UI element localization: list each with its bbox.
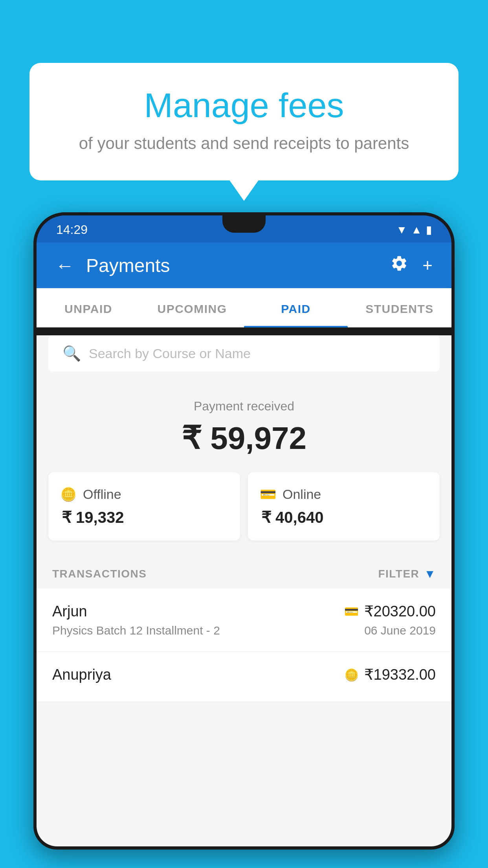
student-name-arjun: Arjun (52, 603, 87, 620)
phone-mockup: 14:29 ▼ ▲ ▮ ← Payments + UNPAID (33, 212, 455, 868)
hero-subtitle: of your students and send receipts to pa… (61, 134, 427, 153)
transactions-header: TRANSACTIONS FILTER ▼ (37, 556, 451, 588)
amount-area-anupriya: 🪙 ₹19332.00 (344, 666, 436, 683)
transaction-bottom-arjun: Physics Batch 12 Installment - 2 06 June… (52, 624, 436, 637)
course-arjun: Physics Batch 12 Installment - 2 (52, 624, 220, 637)
add-button[interactable]: + (422, 256, 433, 275)
tabs-bar: UNPAID UPCOMING PAID STUDENTS (37, 288, 451, 327)
app-content: 🔍 Search by Course or Name Payment recei… (37, 335, 451, 846)
tab-unpaid[interactable]: UNPAID (37, 288, 140, 327)
online-payment-card: 💳 Online ₹ 40,640 (248, 472, 440, 541)
transaction-top-arjun: Arjun 💳 ₹20320.00 (52, 603, 436, 620)
offline-icon: 🪙 (60, 486, 77, 502)
hero-section: Manage fees of your students and send re… (29, 63, 459, 180)
payment-total-amount: ₹ 59,972 (48, 420, 440, 456)
search-icon: 🔍 (62, 345, 81, 362)
tab-upcoming[interactable]: UPCOMING (140, 288, 244, 327)
offline-amount: ₹ 19,332 (60, 508, 228, 526)
online-pay-icon-arjun: 💳 (344, 605, 359, 618)
phone-body: 14:29 ▼ ▲ ▮ ← Payments + UNPAID (33, 212, 455, 850)
offline-label: Offline (83, 487, 121, 502)
speech-bubble: Manage fees of your students and send re… (29, 63, 459, 180)
filter-icon: ▼ (424, 567, 436, 581)
transaction-row-arjun[interactable]: Arjun 💳 ₹20320.00 Physics Batch 12 Insta… (37, 588, 451, 652)
amount-anupriya: ₹19332.00 (364, 666, 436, 683)
battery-icon: ▮ (426, 223, 432, 236)
transactions-label: TRANSACTIONS (52, 568, 147, 580)
student-name-anupriya: Anupriya (52, 666, 111, 683)
hero-title: Manage fees (61, 86, 427, 125)
notch (222, 215, 266, 233)
offline-pay-icon-anupriya: 🪙 (344, 668, 359, 682)
back-button[interactable]: ← (55, 255, 74, 276)
signal-icon: ▲ (411, 224, 422, 236)
online-card-header: 💳 Online (260, 486, 428, 502)
wifi-icon: ▼ (396, 224, 407, 236)
search-placeholder: Search by Course or Name (89, 346, 251, 361)
status-time: 14:29 (56, 223, 88, 237)
app-bar: ← Payments + (37, 243, 451, 288)
tab-students[interactable]: STUDENTS (348, 288, 451, 327)
amount-arjun: ₹20320.00 (364, 603, 436, 620)
online-label: Online (283, 487, 321, 502)
app-bar-title: Payments (86, 255, 390, 276)
payment-cards: 🪙 Offline ₹ 19,332 💳 Online ₹ 40,640 (37, 472, 451, 556)
filter-label: FILTER (378, 568, 419, 580)
online-icon: 💳 (260, 486, 276, 502)
payment-received-label: Payment received (48, 399, 440, 414)
tab-paid[interactable]: PAID (244, 288, 348, 327)
transaction-top-anupriya: Anupriya 🪙 ₹19332.00 (52, 666, 436, 683)
app-bar-actions: + (390, 254, 433, 276)
offline-payment-card: 🪙 Offline ₹ 19,332 (48, 472, 240, 541)
settings-button[interactable] (390, 254, 408, 276)
filter-button[interactable]: FILTER ▼ (378, 567, 436, 581)
online-amount: ₹ 40,640 (260, 508, 428, 526)
amount-area-arjun: 💳 ₹20320.00 (344, 603, 436, 620)
status-bar: 14:29 ▼ ▲ ▮ (37, 215, 451, 243)
payment-summary: Payment received ₹ 59,972 (37, 379, 451, 472)
search-bar[interactable]: 🔍 Search by Course or Name (48, 335, 440, 371)
date-arjun: 06 June 2019 (364, 624, 436, 637)
transaction-row-anupriya[interactable]: Anupriya 🪙 ₹19332.00 (37, 652, 451, 702)
gear-icon (390, 254, 408, 272)
offline-card-header: 🪙 Offline (60, 486, 228, 502)
status-icons: ▼ ▲ ▮ (396, 223, 432, 236)
